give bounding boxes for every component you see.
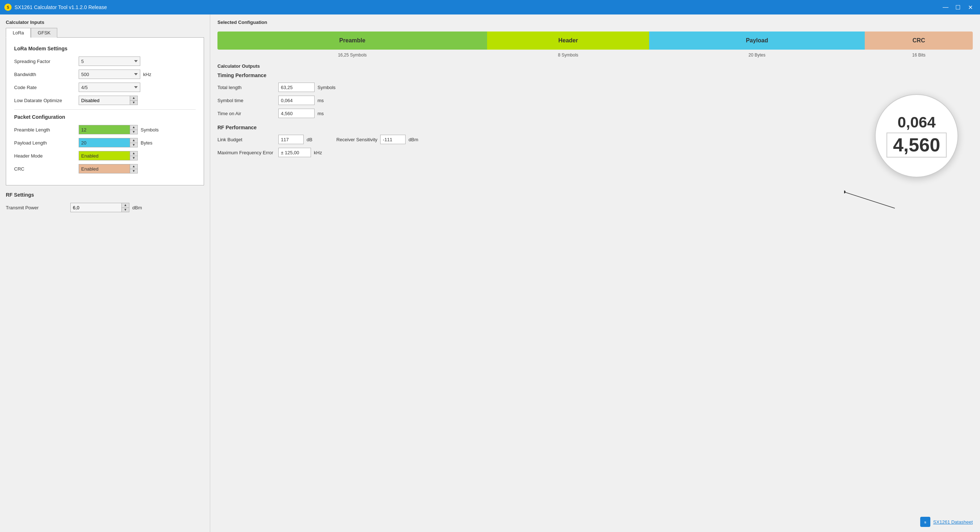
crc-input[interactable] — [79, 164, 130, 173]
time-on-air-value[interactable] — [278, 109, 315, 118]
app-icon: S — [4, 4, 11, 11]
link-budget-value[interactable] — [278, 135, 304, 144]
spreading-factor-select[interactable]: 5678 9101112 — [79, 57, 140, 66]
modulation-tabs: LoRa GFSK — [6, 28, 204, 38]
header-mode-input[interactable] — [79, 151, 130, 160]
svg-line-0 — [844, 192, 895, 208]
total-length-unit: Symbols — [318, 85, 336, 90]
spreading-factor-label: Spreading Factor — [14, 59, 76, 64]
preamble-segment: Preamble — [218, 32, 487, 49]
symbol-time-row: Symbol time ms — [218, 95, 973, 105]
total-length-row: Total length Symbols — [218, 83, 973, 92]
total-length-value[interactable] — [278, 83, 315, 92]
preamble-length-row: Preamble Length ▲ ▼ Symbols — [14, 125, 196, 134]
max-frequency-error-unit: kHz — [314, 150, 322, 156]
preamble-length-input[interactable] — [79, 125, 130, 134]
calculator-inputs-title: Calculator Inputs — [6, 19, 204, 25]
crc-label: 16 Bits — [865, 52, 973, 57]
header-mode-increment[interactable]: ▲ — [130, 151, 137, 156]
preamble-length-spinner: ▲ ▼ — [79, 125, 138, 134]
header-label: 8 Symbols — [487, 52, 649, 57]
symbol-time-value[interactable] — [278, 95, 315, 105]
preamble-length-spinner-buttons: ▲ ▼ — [130, 125, 137, 134]
low-datarate-row: Low Datarate Optimize ▲ ▼ — [14, 95, 196, 105]
minimize-button[interactable]: — — [940, 2, 951, 12]
transmit-power-unit: dBm — [132, 205, 142, 210]
crc-spinner-buttons: ▲ ▼ — [130, 164, 137, 173]
receiver-sensitivity-unit: dBm — [409, 137, 418, 142]
header-mode-spinner-buttons: ▲ ▼ — [130, 151, 137, 160]
receiver-sensitivity-value[interactable] — [380, 135, 406, 144]
svg-point-1 — [844, 191, 846, 194]
max-frequency-error-value[interactable] — [278, 148, 311, 157]
payload-length-unit: Bytes — [141, 140, 153, 146]
header-segment: Header — [487, 32, 649, 49]
transmit-power-decrement[interactable]: ▼ — [122, 208, 129, 212]
low-datarate-increment[interactable]: ▲ — [130, 96, 137, 101]
header-mode-spinner: ▲ ▼ — [79, 151, 138, 160]
rf-settings-title: RF Settings — [6, 192, 204, 198]
payload-length-decrement[interactable]: ▼ — [130, 143, 137, 148]
symbol-time-label: Symbol time — [218, 98, 275, 103]
link-budget-row: Link Budget dB Receiver Sensitivity dBm — [218, 135, 973, 144]
preamble-length-increment[interactable]: ▲ — [130, 125, 137, 130]
receiver-sensitivity-label: Receiver Sensitivity — [336, 137, 377, 142]
packet-labels: 16,25 Symbols 8 Symbols 20 Bytes 16 Bits — [218, 52, 973, 57]
selected-config-title: Selected Configuation — [218, 19, 973, 25]
packet-config-title: Packet Configuration — [14, 114, 196, 120]
lora-tab-content: LoRa Modem Settings Spreading Factor 567… — [6, 37, 204, 186]
crc-increment[interactable]: ▲ — [130, 164, 137, 169]
close-button[interactable]: ✕ — [965, 2, 976, 12]
crc-spinner: ▲ ▼ — [79, 164, 138, 173]
payload-length-input[interactable] — [79, 138, 130, 147]
magnifier-value-1: 0,064 — [897, 114, 935, 131]
transmit-power-row: Transmit Power ▲ ▼ dBm — [6, 203, 204, 212]
tab-lora[interactable]: LoRa — [6, 28, 31, 38]
link-budget-unit: dB — [307, 137, 312, 142]
total-length-label: Total length — [218, 85, 275, 90]
semtech-logo: S — [920, 517, 930, 527]
payload-length-spinner: ▲ ▼ — [79, 138, 138, 148]
link-budget-label: Link Budget — [218, 137, 275, 142]
low-datarate-input[interactable] — [79, 96, 130, 105]
low-datarate-label: Low Datarate Optimize — [14, 98, 76, 103]
right-panel: Selected Configuation Preamble Header Pa… — [210, 14, 980, 532]
payload-segment: Payload — [649, 32, 865, 49]
lora-modem-settings-title: LoRa Modem Settings — [14, 46, 196, 51]
rf-performance-section: RF Performance Link Budget dB Receiver S… — [218, 125, 973, 157]
code-rate-label: Code Rate — [14, 85, 76, 90]
payload-length-increment[interactable]: ▲ — [130, 138, 137, 143]
titlebar-left: S SX1261 Calculator Tool v1.1.2.0 Releas… — [4, 4, 107, 11]
low-datarate-decrement[interactable]: ▼ — [130, 101, 137, 105]
divider-1 — [14, 110, 196, 110]
tab-gfsk[interactable]: GFSK — [31, 28, 57, 38]
magnifier-value-2: 4,560 — [886, 133, 947, 157]
left-panel: Calculator Inputs LoRa GFSK LoRa Modem S… — [0, 14, 210, 532]
bandwidth-select[interactable]: 125250500 — [79, 70, 140, 79]
code-rate-select[interactable]: 4/54/64/74/8 — [79, 83, 140, 92]
bandwidth-row: Bandwidth 125250500 kHz — [14, 70, 196, 79]
app-body: Calculator Inputs LoRa GFSK LoRa Modem S… — [0, 14, 980, 532]
payload-length-spinner-buttons: ▲ ▼ — [130, 138, 137, 147]
rf-performance-title: RF Performance — [218, 125, 973, 130]
transmit-power-label: Transmit Power — [6, 205, 67, 210]
preamble-length-unit: Symbols — [141, 127, 159, 133]
transmit-power-spinner-buttons: ▲ ▼ — [121, 203, 129, 212]
header-mode-decrement[interactable]: ▼ — [130, 156, 137, 160]
packet-bar: Preamble Header Payload CRC — [218, 32, 973, 49]
transmit-power-input[interactable] — [71, 203, 121, 212]
max-frequency-error-row: Maximum Frequency Error kHz — [218, 148, 973, 157]
preamble-length-decrement[interactable]: ▼ — [130, 130, 137, 134]
low-datarate-spinner: ▲ ▼ — [79, 95, 138, 105]
spreading-factor-row: Spreading Factor 5678 9101112 — [14, 57, 196, 66]
footer: S SX1261 Datasheet — [920, 517, 973, 527]
transmit-power-increment[interactable]: ▲ — [122, 203, 129, 208]
maximize-button[interactable]: ☐ — [953, 2, 963, 12]
crc-decrement[interactable]: ▼ — [130, 169, 137, 173]
header-mode-row: Header Mode ▲ ▼ — [14, 151, 196, 160]
datasheet-link[interactable]: SX1261 Datasheet — [933, 519, 973, 525]
calculator-outputs-title: Calculator Outputs — [218, 64, 973, 69]
preamble-label: 16,25 Symbols — [218, 52, 487, 57]
transmit-power-spinner: ▲ ▼ — [70, 203, 129, 212]
payload-length-label: Payload Length — [14, 140, 76, 146]
